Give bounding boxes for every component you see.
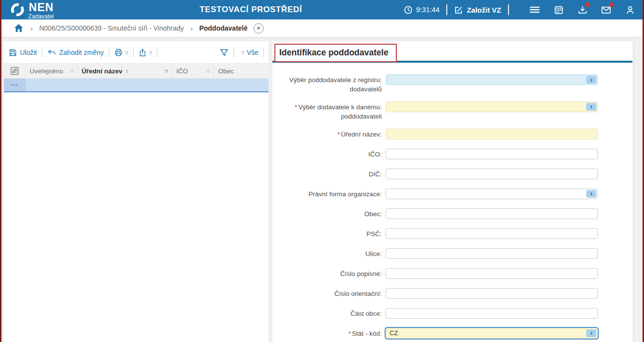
cislo-popisne-field[interactable] [386, 268, 598, 279]
nen-logo[interactable]: NEN Zadavatel [10, 0, 54, 19]
separator [133, 48, 134, 57]
pravni-forma-field[interactable] [386, 188, 598, 199]
field-label: DIČ: [369, 171, 382, 178]
field-label: Výběr dodavatele k danému: poddodavateli [298, 103, 382, 120]
app-window: NEN Zadavatel TESTOVACÍ PROSTŘEDÍ 9:31:4… [0, 0, 644, 342]
view-dropdown-caret[interactable]: ▽ [241, 51, 244, 55]
vyber-poddodavatele-z-registru-field[interactable] [386, 74, 598, 85]
subcontractor-detail-panel: Identifikace poddodavatele Výběr poddoda… [272, 41, 632, 342]
field-label: Obec: [364, 210, 382, 218]
export-dropdown-caret[interactable]: ▽ [149, 51, 152, 55]
home-button[interactable] [14, 23, 24, 33]
nen-logo-icon [10, 2, 25, 17]
table-row[interactable]: ••• [4, 79, 269, 92]
form-header: Identifikace poddodavatele [272, 41, 632, 63]
edit-icon [454, 5, 463, 15]
close-icon: ✕ [256, 26, 260, 31]
ulice-field[interactable] [386, 248, 598, 259]
filter-caret-icon[interactable]: ▽ [70, 69, 73, 73]
logo-subtitle: Zadavatel [28, 14, 54, 19]
form-row: PSČ: [272, 228, 632, 239]
form-row: Číslo popisné: [272, 268, 632, 279]
picker-open-button[interactable]: › [586, 76, 596, 84]
filter-caret-icon[interactable]: ▽ [165, 69, 168, 73]
form-row: IČO: [272, 149, 632, 159]
calendar-button[interactable] [554, 5, 563, 15]
save-icon [9, 49, 17, 57]
required-marker: * [348, 330, 351, 337]
top-bar: NEN Zadavatel TESTOVACÍ PROSTŘEDÍ 9:31:4… [1, 0, 643, 19]
field-label: IČO: [368, 151, 382, 158]
row-menu-icon: ••• [11, 83, 18, 87]
field-label: Číslo popisné: [340, 270, 382, 277]
chevron-right-icon: › [590, 189, 593, 197]
field-label: Stát - kód: [352, 330, 382, 337]
top-bar-actions: 9:31:44 Založit VZ [404, 0, 635, 19]
separator [234, 48, 234, 57]
save-button[interactable]: Uložit [9, 49, 37, 57]
separator [157, 48, 157, 57]
session-clock: 9:31:44 [404, 5, 440, 15]
required-marker: * [295, 103, 297, 111]
create-vz-button[interactable]: Založit VZ [454, 5, 501, 15]
table-header: Uveřejněno ▽ Úřední název ↑ ▽ IČO ▽ Obec [4, 63, 269, 79]
print-dropdown-caret[interactable]: ▽ [125, 51, 128, 55]
form-row: *Výběr dodavatele k danému: poddodavatel… [272, 102, 632, 121]
vyber-dodavatele-field[interactable] [386, 102, 598, 112]
picker-open-button[interactable]: › [586, 329, 596, 337]
discard-changes-button[interactable]: Zahodit změny [47, 49, 104, 56]
print-button[interactable] [114, 48, 123, 57]
save-button-label: Uložit [20, 49, 37, 56]
field-label: Právní forma organizace: [308, 190, 382, 198]
psc-field[interactable] [386, 228, 598, 239]
filter-caret-icon[interactable]: ▽ [207, 69, 210, 73]
obec-field[interactable] [386, 208, 598, 219]
messages-notification-badge [609, 2, 614, 7]
messages-button[interactable] [601, 5, 611, 15]
cislo-orientacni-field[interactable] [386, 288, 598, 299]
field-label: PSČ: [366, 230, 382, 238]
picker-open-button[interactable]: › [586, 190, 596, 198]
separator [446, 4, 447, 15]
close-tab-button[interactable]: ✕ [254, 23, 264, 34]
view-all-label[interactable]: Vše [247, 49, 258, 56]
field-label: Ulice: [365, 250, 382, 257]
menu-button[interactable] [530, 5, 540, 15]
column-header-uredni-nazev[interactable]: Úřední název ↑ ▽ [78, 64, 172, 78]
user-profile-button[interactable] [625, 5, 635, 15]
chevron-right-icon: › [590, 103, 593, 110]
stat-kod-field[interactable] [386, 328, 598, 339]
content-area: Uložit Zahodit změny [1, 37, 643, 342]
clock-icon [404, 5, 413, 15]
export-button[interactable] [138, 49, 147, 57]
filter-button[interactable] [220, 49, 229, 57]
breadcrumb-item-current[interactable]: Poddodavatelé [199, 24, 248, 32]
dic-field[interactable] [386, 169, 598, 179]
column-header-ico[interactable]: IČO ▽ [172, 64, 214, 78]
export-icon [138, 49, 147, 57]
uredni-nazev-field[interactable] [386, 129, 598, 139]
form-title: Identifikace poddodavatele [279, 48, 389, 57]
column-header-uverejneno[interactable]: Uveřejněno ▽ [26, 64, 78, 78]
row-menu-button[interactable]: ••• [4, 79, 26, 91]
picker-open-button[interactable]: › [586, 103, 596, 111]
vertical-scrollbar[interactable] [634, 37, 643, 342]
form-row: *Úřední název: [272, 129, 632, 139]
environment-title: TESTOVACÍ PROSTŘEDÍ [200, 0, 302, 19]
column-settings-button[interactable] [4, 64, 26, 78]
downloads-button[interactable] [577, 5, 587, 15]
required-marker: * [338, 131, 340, 138]
user-icon [626, 5, 635, 15]
cast-obce-field[interactable] [386, 308, 598, 319]
breadcrumb: › N006/25/S00000639 - Smuteční síň - Vin… [1, 19, 643, 37]
column-header-obec[interactable]: Obec [214, 64, 269, 78]
breadcrumb-item-procurement[interactable]: N006/25/S00000639 - Smuteční síň - Vinoh… [39, 24, 184, 32]
ico-field[interactable] [386, 149, 598, 159]
discard-button-label: Zahodit změny [59, 49, 104, 56]
field-label: Číslo orientační: [334, 290, 382, 297]
separator [109, 48, 109, 57]
breadcrumb-separator-icon: › [190, 24, 193, 33]
filter-funnel-icon [220, 49, 229, 57]
subcontractor-form: Výběr poddodavatele z registru: dodavate… [272, 63, 632, 339]
subcontractors-list-panel: Uložit Zahodit změny [4, 41, 269, 342]
